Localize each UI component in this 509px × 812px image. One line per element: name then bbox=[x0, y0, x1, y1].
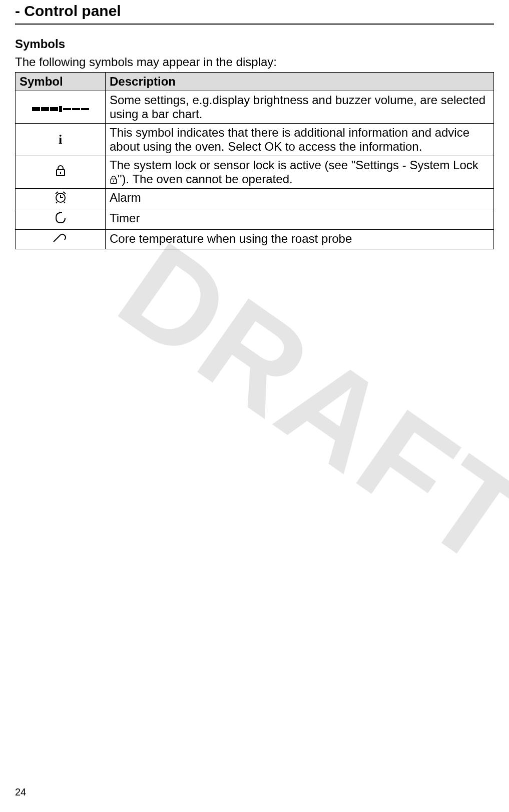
draft-watermark: DRAFT bbox=[94, 213, 509, 597]
svg-line-10 bbox=[64, 202, 65, 203]
table-row: Core temperature when using the roast pr… bbox=[16, 230, 494, 249]
lock-desc-suffix: "). The oven cannot be operated. bbox=[118, 172, 293, 186]
table-row: The system lock or sensor lock is active… bbox=[16, 156, 494, 189]
table-header-symbol: Symbol bbox=[16, 73, 106, 91]
lock-desc-prefix: The system lock or sensor lock is active… bbox=[110, 158, 478, 172]
svg-line-7 bbox=[56, 192, 58, 194]
table-header-description: Description bbox=[106, 73, 494, 91]
svg-line-11 bbox=[54, 235, 61, 242]
alarm-icon bbox=[54, 191, 67, 207]
table-row: Timer bbox=[16, 209, 494, 230]
section-subheading: Symbols bbox=[15, 37, 494, 51]
svg-line-8 bbox=[63, 192, 66, 194]
section-intro: The following symbols may appear in the … bbox=[15, 55, 494, 69]
table-cell-description: Core temperature when using the roast pr… bbox=[106, 230, 494, 249]
page-title: - Control panel bbox=[15, 3, 494, 25]
svg-line-9 bbox=[56, 202, 57, 203]
bar-chart-icon bbox=[32, 106, 89, 112]
table-cell-description: Some settings, e.g.display brightness an… bbox=[106, 91, 494, 124]
lock-icon-inline bbox=[110, 172, 118, 186]
table-cell-description: The system lock or sensor lock is active… bbox=[106, 156, 494, 189]
symbols-table: Symbol Description Some setti bbox=[15, 72, 494, 249]
probe-icon bbox=[53, 233, 69, 247]
table-row: i This symbol indicates that there is ad… bbox=[16, 124, 494, 156]
table-cell-description: Alarm bbox=[106, 189, 494, 209]
svg-rect-3 bbox=[113, 180, 114, 182]
table-cell-description: This symbol indicates that there is addi… bbox=[106, 124, 494, 156]
table-cell-description: Timer bbox=[106, 209, 494, 230]
timer-icon bbox=[55, 211, 67, 227]
lock-icon bbox=[55, 165, 66, 180]
page-number: 24 bbox=[15, 786, 26, 798]
info-icon: i bbox=[59, 132, 62, 147]
table-row: Alarm bbox=[16, 189, 494, 209]
svg-rect-1 bbox=[60, 172, 61, 174]
table-row: Some settings, e.g.display brightness an… bbox=[16, 91, 494, 124]
